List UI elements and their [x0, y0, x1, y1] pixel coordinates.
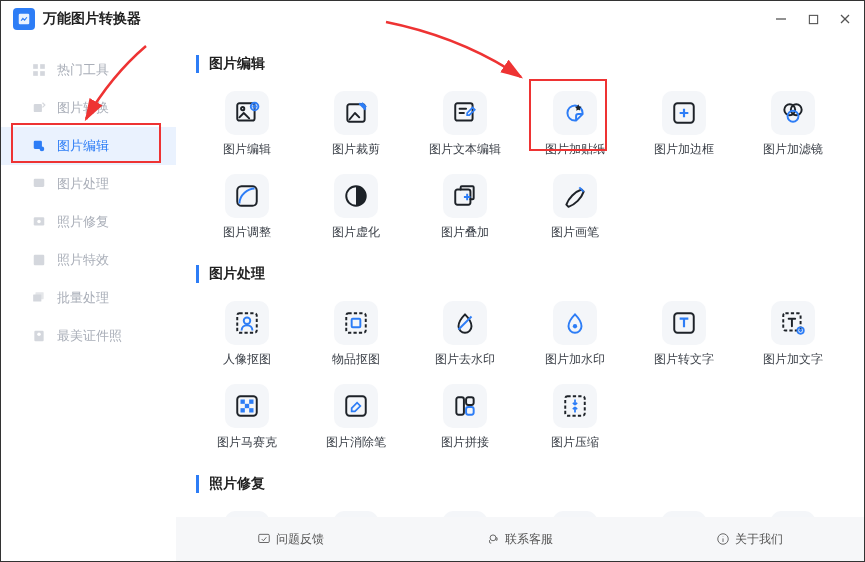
tool-label: 图片加滤镜 [763, 141, 823, 158]
tool-r6[interactable] [743, 507, 844, 517]
svg-point-11 [40, 147, 45, 152]
tool-sticker[interactable]: 图片加贴纸 [524, 87, 625, 164]
tool-mosaic[interactable]: 图片马赛克 [196, 380, 297, 457]
sidebar-item-batch[interactable]: 批量处理 [1, 279, 176, 317]
brush-icon [553, 174, 597, 218]
section-title: 图片编辑 [196, 55, 844, 73]
tool-r1[interactable] [196, 507, 297, 517]
repair-icon [31, 215, 47, 229]
svg-point-33 [243, 318, 250, 325]
object-cut-icon [334, 301, 378, 345]
svg-rect-34 [346, 313, 366, 333]
tool-person-cut[interactable]: 人像抠图 [196, 297, 297, 374]
svg-rect-32 [237, 313, 257, 333]
tool-compress[interactable]: 图片压缩 [524, 380, 625, 457]
tool-remove-wm[interactable]: 图片去水印 [415, 297, 516, 374]
hot-icon [31, 63, 47, 77]
tool-grid: 人像抠图物品抠图图片去水印图片加水印图片转文字图片加文字图片马赛克图片消除笔图片… [196, 297, 844, 457]
tool-overlay[interactable]: 图片叠加 [415, 170, 516, 247]
svg-rect-6 [40, 64, 45, 69]
sidebar-item-process[interactable]: 图片处理 [1, 165, 176, 203]
sidebar-item-idphoto[interactable]: 最美证件照 [1, 317, 176, 355]
tool-label: 图片调整 [223, 224, 271, 241]
tool-label: 图片虚化 [332, 224, 380, 241]
tool-r4[interactable] [524, 507, 625, 517]
tool-object-cut[interactable]: 物品抠图 [305, 297, 406, 374]
about-label: 关于我们 [735, 531, 783, 548]
sidebar-item-label: 批量处理 [57, 289, 109, 307]
tool-ocr[interactable]: 图片转文字 [633, 297, 734, 374]
svg-rect-12 [34, 179, 45, 187]
sidebar-item-label: 照片修复 [57, 213, 109, 231]
sidebar-item-effect[interactable]: 照片特效 [1, 241, 176, 279]
sidebar-item-label: 照片特效 [57, 251, 109, 269]
stitch-icon [443, 384, 487, 428]
filter-icon [771, 91, 815, 135]
contact-service-button[interactable]: 联系客服 [486, 531, 553, 548]
sidebar-item-repair[interactable]: 照片修复 [1, 203, 176, 241]
tool-label: 图片转文字 [654, 351, 714, 368]
sidebar-item-edit[interactable]: 图片编辑 [1, 127, 176, 165]
minimize-button[interactable] [774, 12, 788, 26]
svg-rect-15 [34, 255, 45, 266]
tool-add-wm[interactable]: 图片加水印 [524, 297, 625, 374]
effect-icon [31, 253, 47, 267]
tool-erase[interactable]: 图片消除笔 [305, 380, 406, 457]
about-button[interactable]: 关于我们 [716, 531, 783, 548]
tool-r5[interactable] [633, 507, 734, 517]
svg-point-21 [241, 107, 244, 110]
feedback-button[interactable]: 问题反馈 [257, 531, 324, 548]
svg-point-59 [491, 535, 497, 541]
tool-blur[interactable]: 图片虚化 [305, 170, 406, 247]
sidebar-item-hot[interactable]: 热门工具 [1, 51, 176, 89]
tool-label: 图片加边框 [654, 141, 714, 158]
svg-rect-47 [346, 396, 366, 416]
sidebar-item-label: 图片处理 [57, 175, 109, 193]
tool-label: 图片编辑 [223, 141, 271, 158]
tool-label: 图片加文字 [763, 351, 823, 368]
tool-border[interactable]: 图片加边框 [633, 87, 734, 164]
idphoto-icon [31, 329, 47, 343]
tool-adjust[interactable]: 图片调整 [196, 170, 297, 247]
svg-rect-35 [352, 319, 361, 328]
svg-rect-42 [240, 400, 244, 404]
close-button[interactable] [838, 12, 852, 26]
tool-label: 图片叠加 [441, 224, 489, 241]
tool-crop[interactable]: 图片裁剪 [305, 87, 406, 164]
text-edit-icon [443, 91, 487, 135]
tool-stitch[interactable]: 图片拼接 [415, 380, 516, 457]
tool-add-text[interactable]: 图片加文字 [743, 297, 844, 374]
maximize-button[interactable] [806, 12, 820, 26]
sidebar-item-label: 图片转换 [57, 99, 109, 117]
feedback-label: 问题反馈 [276, 531, 324, 548]
edit-img-icon [225, 91, 269, 135]
tool-r3[interactable] [415, 507, 516, 517]
sidebar-item-convert[interactable]: 图片转换 [1, 89, 176, 127]
add-wm-icon [553, 301, 597, 345]
svg-rect-9 [34, 104, 42, 112]
tool-label: 图片马赛克 [217, 434, 277, 451]
app-logo-icon [13, 8, 35, 30]
adjust-icon [225, 174, 269, 218]
svg-rect-44 [244, 404, 248, 408]
erase-icon [334, 384, 378, 428]
svg-rect-43 [249, 400, 253, 404]
process-icon [31, 177, 47, 191]
tool-brush[interactable]: 图片画笔 [524, 170, 625, 247]
tool-filter[interactable]: 图片加滤镜 [743, 87, 844, 164]
tool-text-edit[interactable]: 图片文本编辑 [415, 87, 516, 164]
section-title: 图片处理 [196, 265, 844, 283]
overlay-icon [443, 174, 487, 218]
sticker-icon [553, 91, 597, 135]
tool-grid: 图片编辑图片裁剪图片文本编辑图片加贴纸图片加边框图片加滤镜图片调整图片虚化图片叠… [196, 87, 844, 247]
tool-label: 图片拼接 [441, 434, 489, 451]
tool-r2[interactable] [305, 507, 406, 517]
tool-label: 图片压缩 [551, 434, 599, 451]
svg-rect-46 [249, 408, 253, 412]
tool-grid [196, 507, 844, 517]
tool-edit-img[interactable]: 图片编辑 [196, 87, 297, 164]
person-cut-icon [225, 301, 269, 345]
sidebar: 热门工具图片转换图片编辑图片处理照片修复照片特效批量处理最美证件照 [1, 37, 176, 561]
app-title: 万能图片转换器 [43, 10, 141, 28]
content-area: 图片编辑图片编辑图片裁剪图片文本编辑图片加贴纸图片加边框图片加滤镜图片调整图片虚… [176, 37, 864, 561]
